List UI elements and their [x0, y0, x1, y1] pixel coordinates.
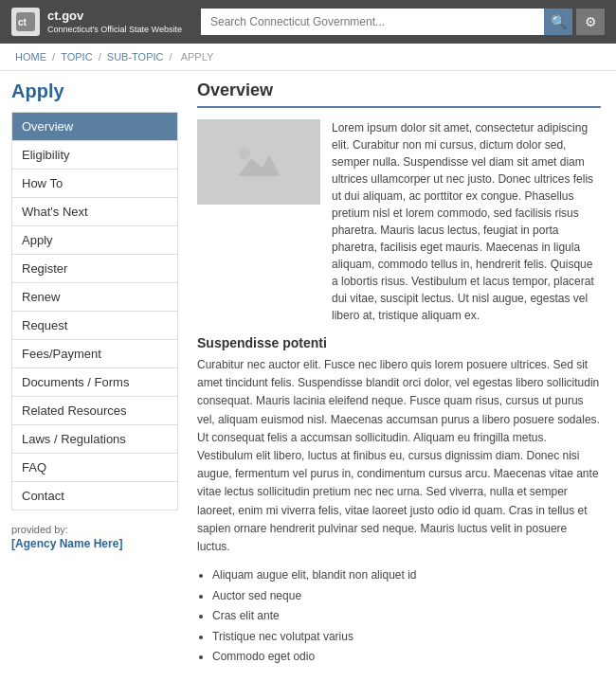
sidebar-item-whatsnext[interactable]: What's Next: [12, 198, 177, 226]
breadcrumb-home[interactable]: HOME: [15, 51, 46, 63]
search-area: 🔍 ⚙: [201, 9, 605, 35]
sidebar-item-howto[interactable]: How To: [12, 170, 177, 198]
sidebar: Apply Overview Eligibility How To What's…: [0, 81, 190, 681]
list-item: Aliquam augue elit, blandit non aliquet …: [212, 565, 601, 586]
sidebar-item-apply[interactable]: Apply: [12, 226, 177, 255]
list-item: Commodo eget odio: [212, 647, 601, 668]
sidebar-provided: provided by: [Agency Name Here]: [11, 524, 178, 550]
breadcrumb-subtopic[interactable]: SUB-TOPIC: [107, 51, 164, 63]
sidebar-item-related[interactable]: Related Resources: [12, 397, 177, 425]
search-icon: 🔍: [551, 14, 567, 29]
breadcrumb-sep3: /: [170, 51, 175, 63]
svg-rect-2: [230, 141, 287, 184]
main-content: Overview Lorem ipsum dolor sit amet, con…: [190, 81, 616, 681]
sidebar-item-request[interactable]: Request: [12, 312, 177, 340]
search-input[interactable]: [201, 9, 544, 35]
sidebar-item-fees[interactable]: Fees/Payment: [12, 340, 177, 368]
settings-button[interactable]: ⚙: [576, 9, 605, 35]
sidebar-item-laws[interactable]: Laws / Regulations: [12, 425, 177, 454]
overview-para1: Lorem ipsum dolor sit amet, consectetur …: [332, 119, 601, 324]
sidebar-title: Apply: [11, 81, 178, 102]
sidebar-item-eligibility[interactable]: Eligibility: [12, 141, 177, 170]
breadcrumb-current: APPLY: [181, 51, 214, 63]
breadcrumb: HOME / TOPIC / SUB-TOPIC / APPLY: [0, 44, 616, 71]
list-item: Auctor sed neque: [212, 586, 601, 607]
logo-icon: ct: [11, 8, 40, 36]
logo-text: ct.gov Connecticut's Official State Webs…: [47, 9, 182, 36]
breadcrumb-sep1: /: [52, 51, 58, 63]
sidebar-item-faq[interactable]: FAQ: [12, 454, 177, 482]
sidebar-nav: Overview Eligibility How To What's Next …: [11, 112, 178, 511]
site-header: ct ct.gov Connecticut's Official State W…: [0, 0, 616, 44]
sidebar-agency[interactable]: [Agency Name Here]: [11, 537, 178, 550]
sidebar-item-documents[interactable]: Documents / Forms: [12, 368, 177, 397]
svg-text:ct: ct: [18, 17, 27, 27]
breadcrumb-sep2: /: [99, 51, 104, 63]
sidebar-item-renew[interactable]: Renew: [12, 283, 177, 312]
content-para2: Curabitur nec auctor elit. Fusce nec lib…: [197, 356, 601, 556]
list-item: Tristique nec volutpat varius: [212, 627, 601, 648]
gear-icon: ⚙: [585, 14, 597, 29]
sidebar-item-register[interactable]: Register: [12, 255, 177, 283]
list-item: Cras elit ante: [212, 606, 601, 627]
content-list: Aliquam augue elit, blandit non aliquet …: [212, 565, 601, 668]
overview-image: [197, 119, 320, 205]
search-button[interactable]: 🔍: [544, 9, 572, 35]
content-title: Overview: [197, 81, 601, 108]
sidebar-item-contact[interactable]: Contact: [12, 482, 177, 510]
sidebar-item-overview[interactable]: Overview: [12, 113, 177, 141]
svg-point-4: [239, 148, 250, 159]
main-layout: Apply Overview Eligibility How To What's…: [0, 71, 616, 681]
section2-title: Suspendisse potenti: [197, 335, 601, 350]
overview-top: Lorem ipsum dolor sit amet, consectetur …: [197, 119, 601, 324]
breadcrumb-topic[interactable]: TOPIC: [61, 51, 92, 63]
logo-area: ct ct.gov Connecticut's Official State W…: [11, 8, 182, 36]
